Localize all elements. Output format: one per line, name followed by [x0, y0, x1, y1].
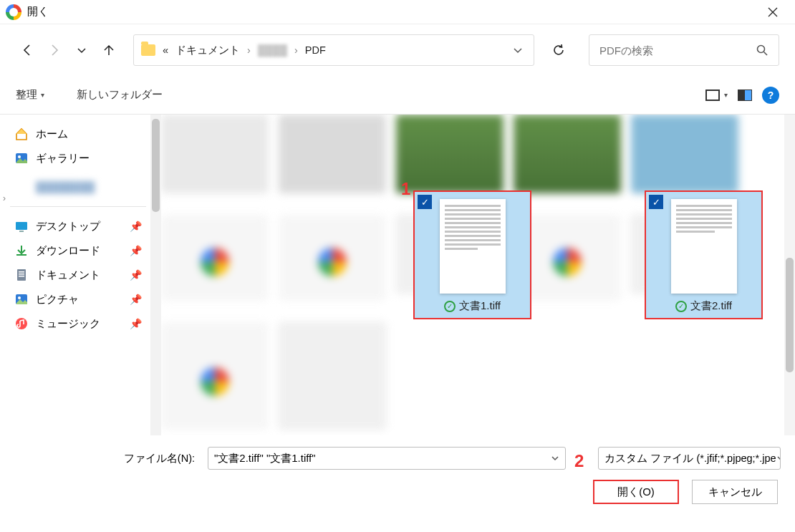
sidebar-item-downloads[interactable]: ダウンロード 📌 — [10, 238, 146, 263]
filename-label: ファイル名(N): — [14, 452, 201, 465]
main-area: ホーム ギャラリー › ████████ デスクトップ 📌 ダウンロード 📌 ド… — [0, 115, 795, 435]
svg-rect-8 — [19, 276, 24, 277]
filename-input[interactable] — [214, 453, 551, 465]
file-tile-selected[interactable]: ✓ ✓ 文書1.tiff — [413, 190, 531, 319]
filetype-label: カスタム ファイル (*.jfif;*.pjpeg;*.jpe — [604, 452, 776, 465]
sidebar-item-label: デスクトップ — [36, 220, 100, 233]
file-tile-selected[interactable]: ✓ ✓ 文書2.tiff — [645, 190, 763, 319]
sidebar-item-label: ミュージック — [36, 317, 100, 331]
file-name-row: ✓ 文書1.tiff — [444, 299, 501, 313]
chrome-app-icon — [6, 4, 21, 20]
forward-button[interactable] — [43, 39, 66, 62]
pin-icon: 📌 — [130, 245, 142, 256]
file-thumbnail — [440, 199, 506, 294]
organize-label: 整理 — [16, 88, 37, 102]
sidebar-item-label: ギャラリー — [36, 152, 90, 165]
sidebar-item-desktop[interactable]: デスクトップ 📌 — [10, 214, 146, 238]
sidebar-item-label: ホーム — [36, 127, 68, 141]
sidebar-item-label: ドキュメント — [36, 269, 100, 282]
filename-combobox[interactable] — [208, 447, 566, 470]
file-name: 文書2.tiff — [690, 299, 732, 313]
help-button[interactable]: ? — [762, 87, 779, 104]
title-bar: 開く — [0, 0, 795, 24]
window-title: 開く — [27, 5, 49, 19]
address-bar[interactable]: « ドキュメント › ████ › PDF — [133, 34, 534, 66]
sidebar-item-label: ピクチャ — [36, 293, 79, 306]
chevron-down-icon: ▾ — [724, 91, 728, 99]
chevron-right-icon: › — [247, 44, 251, 56]
back-button[interactable] — [16, 39, 39, 62]
view-square-icon — [705, 90, 720, 101]
sidebar-scrollbar[interactable] — [150, 115, 161, 435]
sidebar-item-music[interactable]: ミュージック 📌 — [10, 311, 146, 336]
documents-icon — [14, 268, 29, 282]
cancel-button[interactable]: キャンセル — [692, 480, 778, 504]
breadcrumb-marker: « — [163, 44, 168, 56]
recent-dropdown[interactable] — [70, 39, 93, 62]
up-button[interactable] — [97, 39, 120, 62]
organize-menu[interactable]: 整理 ▾ — [16, 88, 44, 102]
svg-rect-4 — [19, 231, 24, 232]
cloud-icon — [14, 180, 29, 194]
close-button[interactable] — [756, 0, 789, 24]
desktop-icon — [14, 219, 29, 233]
search-input[interactable] — [599, 44, 756, 57]
sidebar-separator — [10, 206, 146, 207]
svg-point-2 — [18, 155, 21, 158]
search-box[interactable] — [589, 34, 779, 66]
sidebar-scroll-thumb[interactable] — [152, 119, 160, 212]
chevron-right-icon: › — [294, 44, 298, 56]
address-dropdown[interactable] — [509, 35, 526, 65]
sidebar-item-documents[interactable]: ドキュメント 📌 — [10, 263, 146, 287]
sync-ok-icon: ✓ — [675, 301, 687, 312]
refresh-button[interactable] — [546, 34, 572, 66]
sidebar-item-cloud-redacted[interactable]: ████████ — [10, 175, 146, 199]
file-name: 文書1.tiff — [459, 299, 501, 313]
search-icon[interactable] — [756, 44, 768, 57]
file-list[interactable]: 1 ✓ ✓ 文書1.tiff ✓ ✓ 文書2.tiff — [161, 115, 795, 435]
svg-rect-3 — [16, 222, 27, 230]
download-icon — [14, 243, 29, 258]
chevron-down-icon[interactable] — [776, 454, 781, 463]
svg-rect-5 — [17, 269, 26, 281]
file-thumbnail — [671, 199, 737, 294]
toolbar: 整理 ▾ 新しいフォルダー ▾ ? — [0, 76, 795, 115]
breadcrumb-item[interactable]: PDF — [305, 44, 326, 56]
music-icon — [14, 316, 29, 331]
new-folder-button[interactable]: 新しいフォルダー — [77, 88, 163, 102]
file-scroll-thumb[interactable] — [786, 258, 794, 372]
annotation-2: 2 — [574, 451, 584, 471]
sidebar-item-pictures[interactable]: ピクチャ 📌 — [10, 287, 146, 311]
home-icon — [14, 127, 29, 141]
checkbox-checked-icon[interactable]: ✓ — [649, 195, 663, 209]
navigation-row: « ドキュメント › ████ › PDF — [0, 24, 795, 76]
breadcrumb-item-redacted[interactable]: ████ — [258, 44, 287, 56]
gallery-icon — [14, 151, 29, 165]
annotation-1: 1 — [401, 179, 410, 199]
pin-icon: 📌 — [130, 318, 142, 329]
file-name-row: ✓ 文書2.tiff — [675, 299, 732, 313]
file-scrollbar[interactable] — [784, 115, 795, 435]
sidebar-item-home[interactable]: ホーム — [10, 122, 146, 146]
expand-chevron-icon[interactable]: › — [3, 193, 6, 203]
pin-icon: 📌 — [130, 294, 142, 305]
svg-rect-6 — [19, 271, 24, 273]
sidebar-item-label: ダウンロード — [36, 244, 100, 258]
sidebar-item-gallery[interactable]: ギャラリー — [10, 146, 146, 170]
chevron-down-icon: ▾ — [41, 91, 44, 99]
sync-ok-icon: ✓ — [444, 301, 456, 312]
filetype-combobox[interactable]: カスタム ファイル (*.jfif;*.pjpeg;*.jpe — [598, 447, 781, 470]
sidebar: ホーム ギャラリー › ████████ デスクトップ 📌 ダウンロード 📌 ド… — [0, 115, 150, 435]
open-button[interactable]: 開く(O) — [593, 480, 679, 504]
pin-icon: 📌 — [130, 269, 142, 281]
preview-pane-button[interactable] — [738, 90, 752, 101]
folder-icon — [141, 44, 155, 56]
view-mode-button[interactable]: ▾ — [705, 90, 728, 101]
bottom-panel: ファイル名(N): 2 カスタム ファイル (*.jfif;*.pjpeg;*.… — [0, 435, 795, 504]
pin-icon: 📌 — [130, 221, 142, 232]
svg-point-11 — [16, 318, 27, 329]
breadcrumb-item[interactable]: ドキュメント — [175, 44, 240, 57]
chevron-down-icon[interactable] — [551, 454, 559, 463]
checkbox-checked-icon[interactable]: ✓ — [418, 195, 432, 209]
svg-point-10 — [18, 296, 21, 299]
